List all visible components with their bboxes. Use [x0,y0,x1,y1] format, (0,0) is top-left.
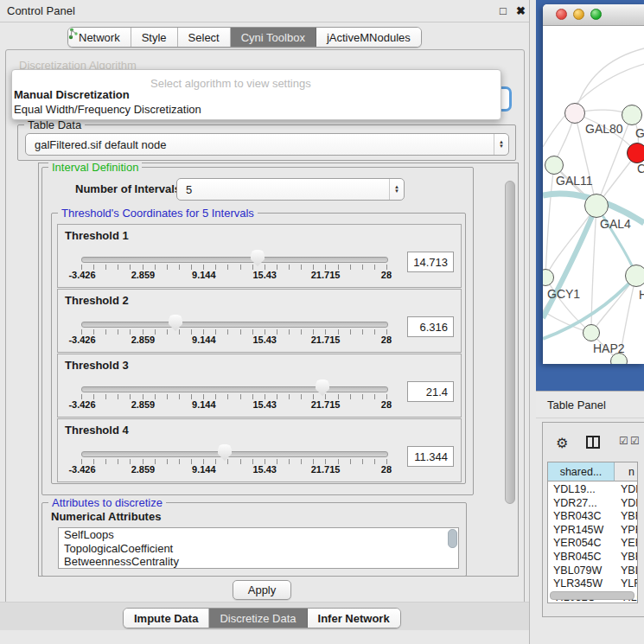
threshold-3-panel: Threshold 3 -3.4262.8599.14415.4321.7152… [57,354,462,418]
tab-select[interactable]: Select [178,28,231,47]
tab-infer-network[interactable]: Infer Network [308,609,400,628]
node-label: HAP2 [593,341,625,355]
control-panel: Control Panel □ ✖ Network Style Select C… [0,0,530,644]
thresholds-group-title: Threshold's Coordinates for 5 Intervals [58,207,258,220]
threshold-2-value-field[interactable]: 6.316 [407,316,454,337]
node-label: GA [635,126,644,140]
network-canvas[interactable]: GAL80 GA GAL11 C GAL4 GCY1 H HAP2 [543,26,644,364]
table-data-group: Table Data galFiltered.sif default node … [17,124,516,161]
checkbox-icon[interactable]: ☑ [630,435,640,447]
interval-definition-title: Interval Definition [48,161,142,174]
table-panel-titlebar: Table Panel [536,391,644,418]
table-row[interactable]: YPR145WYPR1 [548,524,638,538]
threshold-4-slider-track[interactable] [81,451,388,457]
network-node[interactable] [625,265,644,287]
list-item[interactable]: BetweennessCentrality [59,555,458,569]
node-label: C [637,162,644,175]
minimize-traffic-light-icon[interactable] [573,9,584,20]
threshold-3-slider-track[interactable] [81,386,388,392]
tab-cyni-toolbox[interactable]: Cyni Toolbox [231,28,316,47]
network-window-titlebar[interactable] [543,4,644,26]
tab-network[interactable]: Network [68,28,131,47]
network-node[interactable] [545,156,564,175]
threshold-3-value-field[interactable]: 21.4 [407,381,454,402]
node-label: GCY1 [547,287,580,301]
list-item[interactable]: TopologicalCoefficient [59,542,458,556]
tab-jactivemnodules[interactable]: jActiveMNodules [316,28,421,47]
network-node[interactable] [583,324,600,341]
tab-impute-data[interactable]: Impute Data [124,609,209,628]
bottom-tab-bar: Impute Data Discretize Data Infer Networ… [123,608,401,628]
stepper-arrows-icon: ▲▼ [389,179,404,200]
settings-scrollpane: Interval Definition Number of Intervals … [38,163,519,577]
vertical-scrollbar[interactable] [505,181,515,504]
network-node[interactable] [622,105,642,125]
network-view-window: GAL80 GA GAL11 C GAL4 GCY1 H HAP2 [543,4,644,364]
network-node[interactable] [584,194,609,218]
list-scrollbar[interactable] [448,529,457,548]
tab-style[interactable]: Style [131,28,178,47]
threshold-2-panel: Threshold 2 -3.4262.8599.14415.4321.7152… [57,289,462,353]
thresholds-group: Threshold's Coordinates for 5 Intervals … [51,213,466,484]
column-header-shared[interactable]: shared... [548,462,615,481]
node-label: GAL4 [600,217,631,231]
column-chooser-icon[interactable] [586,436,600,449]
table-row[interactable]: YDL19...YDL1 [548,483,638,497]
threshold-1-slider-track[interactable] [81,257,388,263]
checkbox-icon[interactable]: ☑ [619,435,628,447]
numerical-attributes-list[interactable]: SelfLoops TopologicalCoefficient Between… [58,527,459,569]
node-label: H [639,288,644,302]
threshold-4-value-field[interactable]: 11.344 [407,446,454,467]
network-node[interactable] [564,103,585,124]
algorithm-dropdown-popup: Select algorithm to view settings Manual… [11,69,501,120]
threshold-1-value-field[interactable]: 14.713 [407,252,454,272]
zoom-traffic-light-icon[interactable] [590,9,602,20]
menu-item-equal-width-frequency[interactable]: Equal Width/Frequency Discretization [14,103,201,116]
close-icon[interactable]: ✖ [516,4,526,17]
table-row[interactable]: YBR045CYBR0 [548,551,638,564]
menu-item-manual-discretization[interactable]: Manual Discretization [14,88,130,101]
node-attribute-table[interactable]: shared... n YDL19...YDL1 YDR27...YDR2 YB… [547,462,638,603]
node-label: GAL11 [556,174,593,188]
top-tab-bar: Network Style Select Cyni Toolbox jActiv… [67,27,422,48]
horizontal-scrollbar[interactable] [550,591,634,600]
panel-title: Control Panel [7,4,75,17]
node-label: GAL80 [585,122,623,136]
apply-button[interactable]: Apply [233,580,291,600]
stepper-arrows-icon: ▲▼ [494,134,508,155]
close-traffic-light-icon[interactable] [556,9,567,20]
column-header-name[interactable]: n [615,462,638,481]
control-panel-titlebar: Control Panel □ ✖ [0,0,529,22]
number-of-intervals-combobox[interactable]: 5 ▲▼ [176,178,405,201]
table-panel-body: ⚙ ☑ ☑ shared... n YDL19...YDL1 YDR27...Y… [542,422,644,617]
table-row[interactable]: YDR27...YDR2 [548,497,638,511]
table-row[interactable]: YLR345WYLR3 [548,577,638,591]
table-row[interactable]: YER054CYER0 [548,537,638,551]
threshold-4-panel: Threshold 4 -3.4262.8599.14415.4321.7152… [57,418,462,482]
float-window-icon[interactable]: □ [500,4,507,17]
list-item[interactable]: SelfLoops [59,528,458,542]
network-node[interactable] [627,143,644,163]
interval-definition-group: Interval Definition Number of Intervals … [41,167,474,495]
attributes-group-title: Attributes to discretize [48,496,166,509]
table-data-combobox[interactable]: galFiltered.sif default node ▲▼ [25,133,509,156]
number-of-intervals-label: Number of Intervals [75,182,181,195]
tab-discretize-data[interactable]: Discretize Data [209,609,307,628]
table-row[interactable]: YBR043CYBR0 [548,510,638,524]
algorithm-placeholder: Select algorithm to view settings [150,77,311,90]
table-data-group-title: Table Data [24,118,85,131]
table-row[interactable]: YBL079WYBL0 [548,564,638,578]
network-icon [68,28,79,40]
threshold-1-panel: Threshold 1 -3.4262.8599.14415.4321.7152… [57,224,462,288]
numerical-attributes-label: Numerical Attributes [51,510,161,523]
gear-icon[interactable]: ⚙ [556,435,568,451]
threshold-2-slider-track[interactable] [81,322,388,328]
attributes-group: Attributes to discretize Numerical Attri… [41,502,467,577]
table-panel-title: Table Panel [547,399,606,411]
